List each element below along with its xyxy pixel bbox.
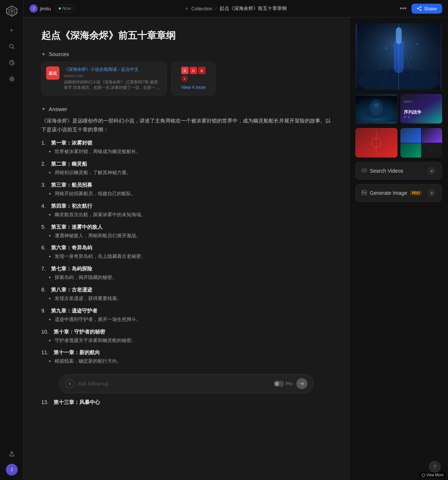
svg-point-8 (11, 78, 13, 80)
chapter-number: 8. 第八章：古老遗迹 (41, 287, 331, 293)
new-thread-button[interactable]: + (5, 24, 18, 37)
source-desc: 远瞳创作的科幻小说《深海余烬》,已更新857章,最新章节:完本感言。在那一天,浓… (64, 79, 162, 91)
generate-image-label: Generate Image (370, 190, 407, 196)
chapter-title: 第五章：迷雾中的敌人 (51, 224, 103, 230)
topbar-status[interactable]: Now (55, 4, 75, 13)
search-videos-icon (362, 168, 367, 174)
search-button[interactable] (5, 40, 18, 53)
generate-image-button[interactable]: Generate Image PRO + (355, 184, 442, 202)
topbar-actions: ••• Share (397, 3, 442, 14)
mini-thumb-4: ··· (421, 143, 442, 158)
answer-icon: ✦ (41, 106, 46, 112)
list-item: 4. 第四章：初次航行 幽灵船首次出航，探索浓雾中的未知海域。 (41, 203, 331, 219)
source-icon: 起点 (46, 66, 59, 80)
sources-icon: ✦ (41, 51, 46, 57)
svg-point-23 (411, 56, 411, 57)
topbar-center: + Collection / 起点《深海余烬》前五十章章纲 (79, 5, 393, 12)
sidebar: + J (0, 0, 24, 480)
collection-plus-icon[interactable]: + (185, 6, 188, 11)
image-thumb-2[interactable]: 国家军方 序列战争 第一部 (400, 94, 442, 124)
generate-image-left: Generate Image PRO (362, 190, 422, 196)
chapter-number: 6. 第六章：奇异岛屿 (41, 245, 331, 251)
library-button[interactable] (5, 56, 18, 69)
list-item: 7. 第七章：岛屿探险 探索岛屿，揭开隐藏的秘密。 (41, 266, 331, 282)
chapter-number: 2. 第二章：幽灵船 (41, 161, 331, 168)
source-domain: qidian.com (64, 73, 162, 78)
answer-section-header: ✦ Answer (41, 106, 331, 112)
chapter-number: 11. 第十一章：新的航向 (41, 349, 331, 356)
source-content: 《深海余烬》小说在线阅读 - 起点中文 qidian.com 远瞳创作的科幻小说… (64, 66, 162, 91)
send-button[interactable] (296, 378, 307, 389)
svg-text:国家军方: 国家军方 (403, 100, 412, 103)
chapter-number: 5. 第五章：迷雾中的敌人 (41, 224, 331, 231)
main-content: J jimliu Now + Collection / 起点《深海余烬》前五十章… (24, 0, 448, 480)
search-videos-left: Search Videos (362, 168, 403, 174)
chapter-desc: 根据线索，确定新的航行方向。 (49, 358, 331, 365)
list-item: 6. 第六章：奇异岛屿 发现一座奇异岛屿，岛上隐藏着古老秘密。 (41, 245, 331, 260)
app-logo[interactable] (5, 4, 18, 18)
chapter-number: 3. 第三章：船员招募 (41, 182, 331, 189)
source-more-icons: 起 起 起 J (181, 67, 206, 82)
share-button[interactable]: Share (411, 4, 442, 14)
chapter-desc: 遗迹中遇到守护者，展开一场生死搏斗。 (49, 316, 331, 324)
chapter-desc: 探索岛屿，揭开隐藏的秘密。 (49, 274, 331, 282)
answer-label: Answer (49, 106, 67, 112)
search-videos-add-icon[interactable]: + (428, 167, 436, 175)
svg-point-11 (420, 10, 421, 11)
help-button[interactable]: ? (429, 461, 441, 473)
user-avatar[interactable]: J (6, 464, 18, 476)
page-breadcrumb-title: 起点《深海余烬》前五十章章纲 (220, 5, 287, 12)
more-options-button[interactable]: ••• (397, 3, 409, 14)
source-icon-2: 起 (190, 67, 197, 74)
source-more-card[interactable]: 起 起 起 J View 4 more (171, 62, 216, 96)
topbar-user: J jimliu (30, 4, 51, 13)
input-add-button[interactable]: + (65, 379, 74, 388)
follow-up-input[interactable] (78, 381, 270, 387)
chapter-title: 第十一章：新的航向 (54, 349, 100, 355)
search-videos-label: Search Videos (370, 168, 403, 174)
topbar-avatar: J (30, 4, 38, 13)
chapter-desc: 周铭初识幽灵船，了解其神秘力量。 (49, 169, 331, 177)
svg-point-22 (386, 48, 387, 49)
image-row-2: 国家军方 序列战争 第一部 (355, 94, 442, 124)
svg-point-24 (380, 64, 380, 65)
topbar-status-label: Now (62, 6, 71, 11)
toggle-switch[interactable] (274, 381, 284, 387)
sources-label: Sources (49, 51, 69, 57)
chapter-desc: 幽灵船首次出航，探索浓雾中的未知海域。 (49, 211, 331, 219)
list-item: 2. 第二章：幽灵船 周铭初识幽灵船，了解其神秘力量。 (41, 161, 331, 177)
breadcrumb-separator: / (215, 6, 217, 11)
list-item: 10. 第十章：守护者的秘密 守护者透露关于浓雾和幽灵船的秘密。 (41, 329, 331, 345)
image-thumb-3[interactable]: V (355, 128, 397, 158)
chapter-title: 第二章：幽灵船 (51, 161, 87, 167)
chapter-title: 第十三章：风暴中心 (54, 399, 100, 405)
chapter-desc: 周铭开始招募船员，组建自己的船队。 (49, 190, 331, 198)
list-item: 5. 第五章：迷雾中的敌人 遭遇神秘敌人，周铭和船员们展开激战。 (41, 224, 331, 240)
topbar: J jimliu Now + Collection / 起点《深海余烬》前五十章… (24, 0, 448, 17)
list-item: 11. 第十一章：新的航向 根据线索，确定新的航行方向。 (41, 349, 331, 365)
image-thumb-1[interactable] (355, 94, 397, 124)
list-item: 9. 第九章：遗迹守护者 遗迹中遇到守护者，展开一场生死搏斗。 (41, 308, 331, 324)
svg-line-13 (418, 9, 420, 10)
image-thumb-4[interactable]: ··· View More (400, 128, 442, 158)
content-area: 起点《深海余烬》前五十章章纲 ✦ Sources 起点 《深海余烬》小说在线阅读… (24, 17, 448, 480)
main-featured-image: 起点读书 (355, 23, 442, 90)
chapter-title: 第一章：浓雾封锁 (51, 140, 92, 146)
chapter-desc: 遭遇神秘敌人，周铭和船员们展开激战。 (49, 232, 331, 240)
generate-image-add-icon[interactable]: + (428, 189, 436, 197)
chapter-number: 13. 第十三章：风暴中心 (41, 399, 331, 406)
svg-point-25 (417, 44, 418, 45)
chapter-number: 10. 第十章：守护者的秘密 (41, 329, 331, 335)
pro-toggle[interactable]: Pro (274, 381, 293, 387)
source-card-main[interactable]: 起点 《深海余烬》小说在线阅读 - 起点中文 qidian.com 远瞳创作的科… (41, 62, 167, 96)
chapter-number: 7. 第七章：岛屿探险 (41, 266, 331, 272)
share-label: Share (424, 6, 437, 11)
svg-line-6 (13, 48, 14, 49)
search-videos-button[interactable]: Search Videos + (355, 162, 442, 180)
export-button[interactable] (5, 448, 18, 461)
settings-button[interactable] (5, 72, 18, 86)
chapter-title: 第六章：奇异岛屿 (51, 245, 92, 251)
chapter-title: 第九章：遗迹守护者 (51, 308, 97, 314)
sources-container: 起点 《深海余烬》小说在线阅读 - 起点中文 qidian.com 远瞳创作的科… (41, 62, 331, 96)
image-row-3: V (355, 128, 442, 158)
